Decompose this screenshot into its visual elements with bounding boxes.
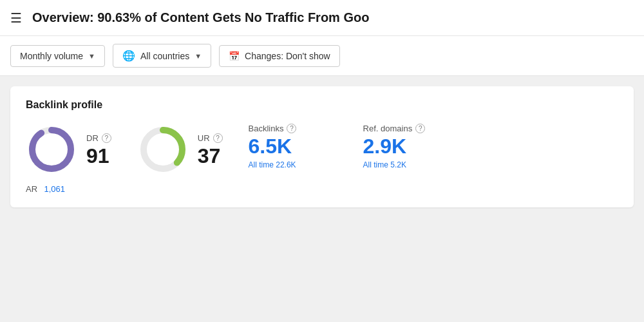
monthly-volume-dropdown[interactable]: Monthly volume ▼ (10, 45, 105, 67)
dr-label: DR ? (86, 133, 111, 143)
backlinks-alltime: All time 22.6K (249, 160, 332, 169)
ref-domains-metric: Ref. domains ? 2.9K All time 5.2K (363, 124, 447, 169)
ref-domains-help-icon[interactable]: ? (415, 124, 425, 133)
dr-help-icon[interactable]: ? (102, 133, 111, 143)
chevron-down-icon-2: ▼ (194, 52, 202, 60)
svg-point-1 (32, 130, 71, 169)
dr-donut-chart (26, 124, 77, 175)
all-countries-label: All countries (140, 51, 189, 61)
ur-donut-chart (137, 124, 189, 175)
page-title: Overview: 90.63% of Content Gets No Traf… (32, 10, 369, 25)
ref-domains-value: 2.9K (363, 136, 447, 156)
ar-value: 1,061 (44, 184, 66, 194)
ur-value: 37 (198, 146, 223, 166)
toolbar: Monthly volume ▼ 🌐 All countries ▼ 📅 Cha… (0, 36, 644, 76)
ur-help-icon[interactable]: ? (213, 133, 223, 143)
globe-icon: 🌐 (122, 50, 135, 62)
dr-value: 91 (86, 146, 111, 166)
backlink-profile-card: Backlink profile DR ? (10, 86, 634, 207)
backlinks-help-icon[interactable]: ? (287, 124, 296, 133)
changes-label: Changes: Don't show (245, 51, 330, 61)
ur-info: UR ? 37 (198, 133, 223, 166)
calendar-icon: 📅 (229, 51, 240, 61)
all-countries-dropdown[interactable]: 🌐 All countries ▼ (113, 44, 211, 68)
monthly-volume-label: Monthly volume (20, 51, 83, 61)
hamburger-icon[interactable]: ☰ (10, 10, 22, 26)
backlinks-value: 6.5K (249, 136, 332, 156)
main-content: Backlink profile DR ? (0, 76, 644, 218)
card-title: Backlink profile (26, 99, 618, 111)
ref-domains-label: Ref. domains ? (363, 124, 447, 133)
metrics-row: DR ? 91 UR (26, 124, 618, 175)
ref-domains-alltime: All time 5.2K (363, 160, 447, 169)
backlinks-metric: Backlinks ? 6.5K All time 22.6K (249, 124, 332, 169)
changes-dropdown[interactable]: 📅 Changes: Don't show (219, 45, 340, 67)
ar-row: AR 1,061 (26, 183, 618, 194)
chevron-down-icon: ▼ (88, 52, 95, 60)
header: ☰ Overview: 90.63% of Content Gets No Tr… (0, 0, 644, 36)
ur-metric: UR ? 37 (137, 124, 223, 175)
dr-metric: DR ? 91 (26, 124, 111, 175)
dr-info: DR ? 91 (86, 133, 111, 166)
ar-label: AR (26, 184, 37, 194)
ur-label: UR ? (198, 133, 223, 143)
backlinks-label: Backlinks ? (249, 124, 332, 133)
